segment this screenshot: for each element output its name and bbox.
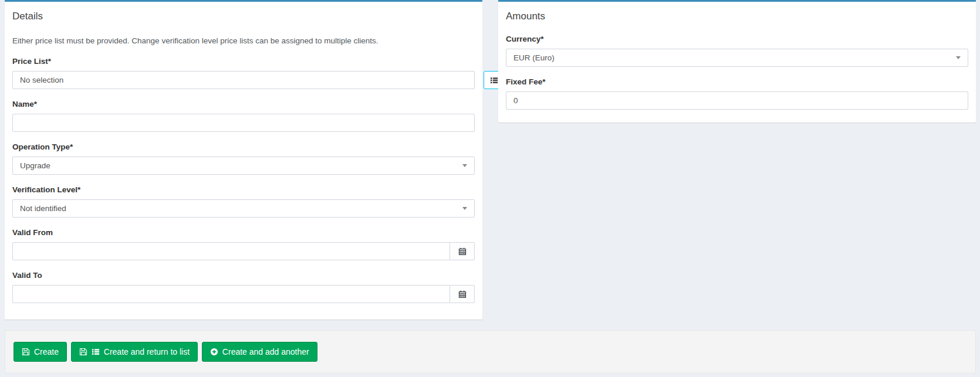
form-columns: Details Either price list must be provid… [5,0,976,320]
name-field-group: Name* [12,100,475,132]
fixed-fee-input[interactable] [506,91,968,110]
plus-circle-icon [210,348,218,356]
valid-from-field-group: Valid From [12,228,475,260]
details-panel: Details Either price list must be provid… [5,0,482,320]
price-list-field-group: Price List* List Add new [12,57,475,89]
operation-type-field-group: Operation Type* Upgrade [12,142,475,175]
currency-label: Currency* [506,35,968,44]
valid-to-calendar-button[interactable] [450,285,475,303]
price-list-row: List Add new Delete [12,71,475,89]
chevron-down-icon [462,164,467,167]
create-and-return-button[interactable]: Create and return to list [71,342,198,362]
amounts-panel-title: Amounts [506,11,968,22]
valid-from-input[interactable] [12,242,450,260]
price-list-label: Price List* [12,57,475,66]
calendar-icon [458,290,467,298]
create-button[interactable]: Create [13,342,67,362]
name-input[interactable] [12,114,475,132]
operation-type-select[interactable]: Upgrade [12,157,475,175]
currency-selected-value: EUR (Euro) [513,53,555,62]
form-actions-bar: Create Create and return to list Create … [5,330,976,373]
valid-to-field-group: Valid To [12,271,475,303]
create-and-add-another-button-label: Create and add another [222,347,309,356]
verification-level-field-group: Verification Level* Not identified [12,185,475,218]
name-label: Name* [12,100,475,109]
currency-select[interactable]: EUR (Euro) [506,49,968,67]
list-icon [92,348,100,356]
create-and-add-another-button[interactable]: Create and add another [202,342,317,362]
details-help-text: Either price list must be provided. Chan… [12,36,475,46]
operation-type-selected-value: Upgrade [20,161,50,170]
create-button-label: Create [34,347,59,356]
fixed-fee-label: Fixed Fee* [506,77,968,87]
verification-level-select[interactable]: Not identified [12,199,475,218]
price-list-input[interactable] [12,71,475,89]
valid-to-row [12,285,475,303]
valid-from-calendar-button[interactable] [450,242,475,260]
verification-level-label: Verification Level* [12,185,475,195]
currency-field-group: Currency* EUR (Euro) [506,35,968,67]
valid-from-row [12,242,475,260]
verification-level-selected-value: Not identified [20,204,66,213]
valid-to-input[interactable] [12,285,450,303]
amounts-panel: Amounts Currency* EUR (Euro) Fixed Fee* [498,0,976,123]
valid-from-label: Valid From [12,228,475,237]
calendar-icon [458,247,467,256]
chevron-down-icon [956,56,961,59]
chevron-down-icon [462,207,467,210]
operation-type-label: Operation Type* [12,142,475,152]
save-icon [79,348,87,356]
list-icon [490,76,498,84]
details-panel-title: Details [12,11,475,22]
create-and-return-button-label: Create and return to list [104,347,190,356]
save-icon [22,348,30,356]
page: Details Either price list must be provid… [0,0,980,373]
valid-to-label: Valid To [12,271,475,280]
fixed-fee-field-group: Fixed Fee* [506,77,968,110]
